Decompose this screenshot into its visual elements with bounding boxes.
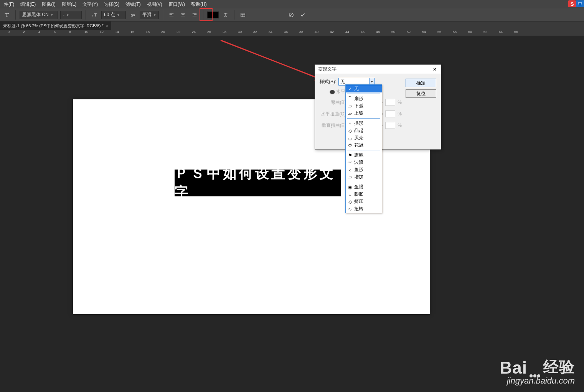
ruler-tick: 42 [330,30,334,34]
ruler-tick: 14 [115,30,119,34]
menu-view[interactable]: 视图(V) [145,0,165,8]
bend-label: 弯曲(B): [320,99,347,106]
text-tool-icon [2,10,12,20]
font-style-select[interactable]: -▾ [60,11,82,19]
close-tab-icon[interactable]: × [106,23,108,28]
ruler-tick: 34 [269,30,272,34]
style-select-value: 无 [340,79,345,85]
squeeze-icon: ◇ [347,199,353,204]
shell-icon: ◡ [347,136,353,140]
vdist-value[interactable] [385,122,395,129]
anti-alias-icon: aa [128,10,137,20]
menu-file[interactable]: 件(F) [2,0,16,8]
menu-filter[interactable]: 滤镜(T) [123,0,143,8]
dialog-titlebar[interactable]: 变形文字 ✕ [315,65,441,74]
style-option-inflate[interactable]: ○膨胀 [346,191,382,198]
style-option-wave[interactable]: 〰波浪 [346,159,382,166]
ruler-tick: 64 [499,30,503,34]
document-tab-bar: 未标题-1 @ 66.7% (PS中如何设置变形文字, RGB/8) * × [0,21,584,30]
bend-value[interactable] [385,99,395,106]
panel-toggle-button[interactable] [238,10,247,20]
document-tab[interactable]: 未标题-1 @ 66.7% (PS中如何设置变形文字, RGB/8) * × [0,21,111,30]
align-left-button[interactable] [167,10,176,20]
svg-rect-2 [241,13,245,16]
style-option-bulge[interactable]: ◇凸起 [346,127,382,134]
ruler-tick: 48 [376,30,380,34]
menu-edit[interactable]: 编辑(E) [18,0,38,8]
menu-text[interactable]: 文字(Y) [80,0,100,8]
ruler-tick: 24 [192,30,196,34]
menu-bar: 件(F) 编辑(E) 图像(I) 图层(L) 文字(Y) 选择(S) 滤镜(T)… [0,0,584,8]
font-family-value: 思源黑体 CN [22,12,49,18]
ruler-tick: 40 [315,30,318,34]
ruler-tick: 62 [483,30,487,34]
style-option-none[interactable]: 无 [346,85,382,92]
style-option-arch[interactable]: ⌂拱形 [346,120,382,127]
document-tab-title: 未标题-1 @ 66.7% (PS中如何设置变形文字, RGB/8) * [3,23,104,29]
style-option-arc-lower[interactable]: ▱下弧 [346,102,382,110]
flag-icon: ⚑ [347,153,353,158]
text-layer[interactable]: ＰＳ中如何设置变形文字 [175,170,341,196]
align-right-button[interactable] [190,10,199,20]
bend-unit: % [398,100,402,105]
menu-window[interactable]: 窗口(W) [166,0,187,8]
menu-image[interactable]: 图像(I) [40,0,58,8]
style-label: 样式(S): [320,79,336,85]
align-center-button[interactable] [178,10,188,20]
ok-button[interactable]: 确定 [406,79,436,87]
style-option-fish[interactable]: ◃鱼形 [346,166,382,173]
orientation-horizontal[interactable]: 水平 [330,89,345,95]
ruler-tick: 66 [514,30,518,34]
style-option-crown[interactable]: ♔花冠 [346,142,382,149]
svg-text:T: T [94,13,97,17]
menu-help[interactable]: 帮助(H) [189,0,209,8]
ime-lang-icon: 中 [576,0,584,7]
ruler-tick: 38 [299,30,303,34]
inflate-icon: ○ [347,192,353,197]
reset-button[interactable]: 复位 [406,89,436,98]
ruler-tick: 46 [361,30,365,34]
style-option-twist[interactable]: ∿扭转 [346,205,382,212]
ruler-tick: 20 [161,30,165,34]
ruler-tick: 0 [8,30,10,34]
dialog-title: 变形文字 [318,66,337,72]
style-option-fisheye[interactable]: ◉鱼眼 [346,183,382,191]
ruler-tick: 18 [146,30,150,34]
options-bar: 思源黑体 CN▾ -▾ тT 60 点▾ aa 平滑▾ [0,8,584,21]
ruler-tick: 10 [84,30,88,34]
ruler-tick: 30 [238,30,242,34]
style-option-rise[interactable]: ▱增加 [346,173,382,181]
canvas-area[interactable]: ＰＳ中如何设置变形文字 [0,36,584,392]
style-option-shell[interactable]: ◡贝壳 [346,134,382,142]
hdist-label: 水平扭曲(O): [320,111,347,117]
menu-layer[interactable]: 图层(L) [59,0,79,8]
ruler-tick: 12 [100,30,104,34]
ruler-tick: 28 [223,30,226,34]
cancel-edit-button[interactable] [287,10,296,20]
font-size-icon: тT [90,10,99,20]
menu-select[interactable]: 选择(S) [102,0,122,8]
dropdown-separator [347,182,380,182]
ruler-tick: 60 [468,30,472,34]
style-option-flag[interactable]: ⚑旗帜 [346,152,382,159]
wave-icon: 〰 [347,160,353,165]
ruler-tick: 52 [407,30,411,34]
style-dropdown: 无 ⌒扇形 ▱下弧 ▱上弧 ⌂拱形 ◇凸起 ◡贝壳 ♔花冠 ⚑旗帜 〰波浪 ◃鱼… [345,84,382,213]
style-option-arc[interactable]: ⌒扇形 [346,95,382,102]
anti-alias-select[interactable]: 平滑▾ [140,11,159,19]
commit-edit-button[interactable] [298,10,307,20]
dropdown-separator [347,118,380,119]
ruler-tick: 32 [253,30,257,34]
close-icon[interactable]: ✕ [432,66,438,72]
font-size-value: 60 点 [104,12,115,18]
fisheye-icon: ◉ [347,185,353,189]
hdist-value[interactable] [385,110,395,117]
warp-text-button[interactable] [221,10,230,20]
style-option-arc-upper[interactable]: ▱上弧 [346,110,382,117]
font-family-select[interactable]: 思源黑体 CN▾ [20,11,58,19]
font-size-select[interactable]: 60 点▾ [101,11,126,19]
ime-indicator[interactable]: S 中 [568,0,584,8]
arc-upper-icon: ▱ [347,111,353,116]
style-option-squeeze[interactable]: ◇挤压 [346,198,382,205]
arc-icon: ⌒ [347,97,353,101]
